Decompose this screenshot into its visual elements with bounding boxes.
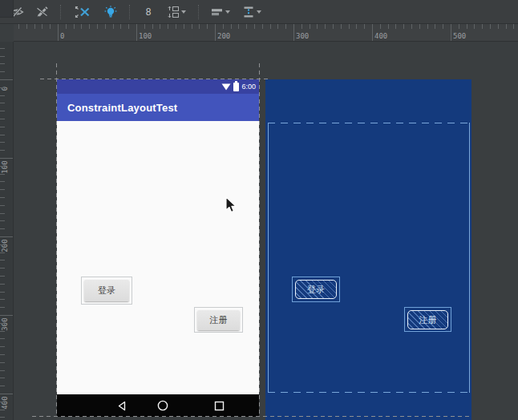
ruler-tick (113, 24, 114, 29)
ruler-tick (467, 24, 467, 29)
ruler-label: 500 (453, 32, 466, 40)
mouse-cursor (225, 196, 237, 214)
toolbar-separator (60, 5, 61, 19)
constraint-layout-toolbar: 8 (0, 0, 518, 24)
ruler-tick (176, 24, 176, 29)
ruler-tick (192, 24, 192, 29)
ruler-tick (293, 24, 294, 41)
clear-constraints-button[interactable] (71, 2, 95, 22)
ruler-tick (168, 24, 168, 29)
align-icon (211, 6, 224, 18)
chevron-down-icon (257, 10, 261, 14)
back-button (110, 394, 134, 417)
root-layout-bounds (268, 123, 470, 393)
ruler-tick (0, 119, 5, 119)
ruler-tick (0, 323, 5, 324)
design-content: 登录 注册 (57, 121, 259, 394)
ruler-tick (451, 24, 451, 41)
ruler-tick (0, 228, 5, 229)
back-icon (116, 401, 127, 411)
ruler-label: 0 (1, 76, 10, 102)
chevron-down-icon (225, 10, 230, 14)
default-margin-button[interactable]: 8 (140, 2, 157, 22)
ruler-tick (506, 24, 507, 29)
blueprint-login-button[interactable]: 登录 (295, 280, 337, 299)
ruler-label: 400 (374, 32, 387, 40)
ruler-tick (325, 24, 326, 29)
pack-selection-icon (167, 6, 180, 18)
ruler-tick (223, 24, 224, 29)
ruler-tick (0, 142, 5, 143)
ruler-tick (0, 95, 5, 96)
ruler-tick (105, 24, 106, 29)
ruler-tick (0, 354, 5, 355)
home-button (151, 394, 175, 417)
wifi-icon (221, 83, 231, 91)
ruler-tick (435, 24, 435, 29)
pack-selection-button[interactable] (164, 2, 188, 22)
ruler-tick (66, 24, 67, 29)
default-margin-value: 8 (144, 6, 154, 18)
device-left-guide (56, 63, 57, 417)
login-button[interactable]: 登录 (84, 280, 129, 301)
ruler-tick (97, 24, 98, 29)
chevron-down-icon (181, 10, 186, 14)
blueprint-surface[interactable]: 登录 注册 (265, 79, 471, 420)
device-top-guide (40, 79, 268, 79)
distribute-button[interactable] (240, 2, 264, 22)
ruler-tick (0, 181, 5, 182)
ruler-tick (0, 284, 5, 285)
ruler-tick (0, 174, 5, 175)
ruler-tick (0, 402, 5, 402)
ruler-tick (136, 24, 137, 41)
ruler-tick (474, 24, 475, 29)
ruler-tick (160, 24, 160, 29)
ruler-tick (490, 24, 491, 29)
ruler-tick (0, 244, 5, 245)
ruler-tick (301, 24, 302, 29)
ruler-tick (0, 189, 5, 190)
ruler-tick (50, 24, 51, 29)
ruler-tick (317, 24, 318, 29)
ruler-tick (0, 386, 5, 386)
ruler-tick (199, 24, 200, 29)
status-bar: 6:00 (57, 79, 259, 94)
ruler-label: 0 (60, 32, 64, 40)
align-button[interactable] (208, 2, 233, 22)
ruler-label: 100 (139, 32, 152, 40)
ruler-tick (246, 24, 247, 29)
clear-constraints-icon (75, 6, 91, 18)
ruler-tick (18, 24, 19, 29)
ruler-tick (58, 24, 59, 41)
design-surface[interactable]: 6:00 ConstraintLayoutTest 登录 注册 (57, 79, 259, 417)
app-bar: ConstraintLayoutTest (57, 94, 259, 121)
ruler-tick (0, 292, 5, 293)
ruler-tick (0, 48, 5, 49)
ruler-tick (0, 87, 5, 88)
lightbulb-icon (104, 6, 117, 18)
ruler-tick (0, 417, 5, 418)
infer-constraints-button[interactable] (102, 2, 119, 22)
ruler-tick (419, 24, 420, 29)
autoconnect-button[interactable] (33, 2, 51, 22)
ruler-tick (482, 24, 483, 29)
battery-icon (233, 83, 239, 91)
register-button[interactable]: 注册 (197, 310, 240, 330)
blueprint-register-button[interactable]: 注册 (407, 310, 448, 329)
ruler-tick (349, 24, 350, 29)
ruler-tick (74, 24, 75, 29)
ruler-tick (0, 260, 5, 260)
toolbar-separator (198, 5, 199, 19)
ruler-label: 200 (217, 32, 230, 40)
ruler-tick (0, 150, 5, 151)
recents-button (207, 394, 231, 417)
ruler-tick (89, 24, 90, 29)
ruler-tick (262, 24, 263, 29)
ruler-tick (356, 24, 357, 29)
ruler-tick (238, 24, 239, 29)
ruler-label: 100 (1, 155, 10, 180)
ruler-tick (310, 24, 310, 29)
ruler-tick (427, 24, 428, 29)
ruler-tick (443, 24, 443, 29)
ruler-tick (0, 197, 5, 198)
